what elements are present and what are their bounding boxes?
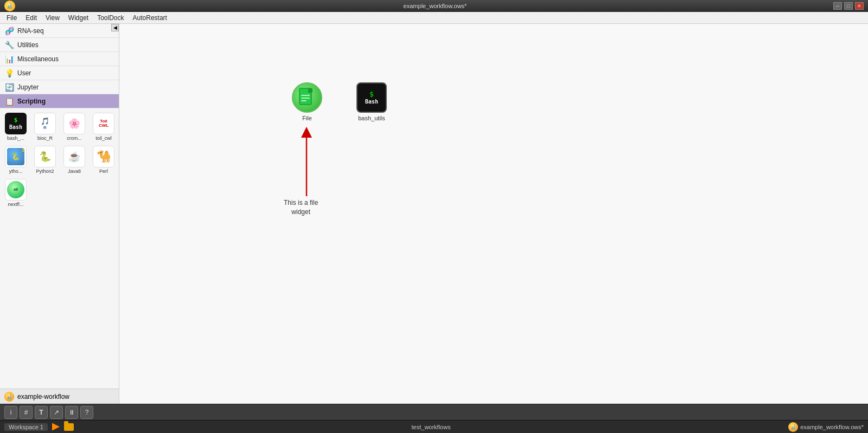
menu-bar: File Edit View Widget ToolDock AutoResta…	[0, 12, 868, 24]
toolbar-hash-button[interactable]: #	[20, 406, 33, 419]
status-center: test_workflows	[412, 424, 451, 430]
workflow-icon: 🔬	[4, 392, 14, 402]
menu-view[interactable]: View	[41, 13, 64, 23]
sidebar: ◀ 🧬 RNA-seq 🔧 Utilities 📊 Miscellaneous …	[0, 24, 119, 404]
workspace-indicator: Workspace 1	[4, 423, 48, 431]
sidebar-scroll[interactable]: 🧬 RNA-seq 🔧 Utilities 📊 Miscellaneous 💡 …	[0, 24, 119, 389]
rna-seq-icon: 🧬	[4, 26, 14, 36]
widget-python3[interactable]: 3 🐍 ytho...	[2, 145, 29, 176]
menu-edit[interactable]: Edit	[21, 13, 41, 23]
status-bar: Workspace 1 test_workflows 🔬 example_wor…	[0, 420, 868, 433]
sidebar-item-user[interactable]: 💡 User	[0, 66, 119, 80]
app-logo-icon: 🔬	[4, 1, 15, 11]
title-bar: 🔬 example_workflow.ows* ─ □ ✕	[0, 0, 868, 12]
workspace-label: Workspace 1	[9, 424, 43, 430]
canvas-arrow-svg	[119, 24, 868, 404]
close-button[interactable]: ✕	[855, 2, 864, 10]
main-layout: ◀ 🧬 RNA-seq 🔧 Utilities 📊 Miscellaneous …	[0, 24, 868, 404]
sidebar-item-miscellaneous[interactable]: 📊 Miscellaneous	[0, 52, 119, 66]
user-icon: 💡	[4, 68, 14, 78]
scripting-icon: 📋	[4, 96, 14, 106]
sidebar-item-scripting[interactable]: 📋 Scripting	[0, 94, 119, 108]
sidebar-collapse-button[interactable]: ◀	[111, 24, 119, 31]
menu-file[interactable]: File	[2, 13, 21, 23]
bottom-toolbar: i # T ↗ ⏸ ?	[0, 404, 868, 420]
status-logo-icon: 🔬	[788, 422, 798, 432]
toolbar-text-button[interactable]: T	[35, 406, 48, 419]
widget-java8[interactable]: ☕ Java8	[61, 145, 88, 176]
widget-cromwell[interactable]: 🌸 crom...	[61, 112, 88, 143]
toolbar-help-button[interactable]: ?	[80, 406, 93, 419]
window-title: example_workflow.ows*	[37, 3, 833, 9]
status-filename: example_workflow.ows*	[800, 424, 864, 430]
utilities-icon: 🔧	[4, 40, 14, 50]
widget-toil-cwl[interactable]: Toil CWL toil_cwl	[90, 112, 117, 143]
maximize-button[interactable]: □	[844, 2, 853, 10]
toolbar-info-button[interactable]: i	[4, 406, 17, 419]
status-right: 🔬 example_workflow.ows*	[788, 422, 864, 432]
canvas-bash-icon: $ Bash	[356, 82, 387, 113]
svg-rect-2	[301, 95, 310, 96]
widget-python2[interactable]: 🐍 Python2	[31, 145, 59, 176]
menu-widget[interactable]: Widget	[64, 13, 93, 23]
menu-autorestart[interactable]: AutoRestart	[129, 13, 171, 23]
miscellaneous-icon: 📊	[4, 54, 14, 64]
canvas-file-icon	[292, 82, 322, 113]
widget-bash[interactable]: $Bash bash_...	[2, 112, 29, 143]
scripting-widget-grid: $Bash bash_... 🎵 R bioc_R	[0, 108, 119, 211]
menu-tooldock[interactable]: ToolDock	[93, 13, 128, 23]
sidebar-item-utilities[interactable]: 🔧 Utilities	[0, 38, 119, 52]
minimize-button[interactable]: ─	[833, 2, 842, 10]
sidebar-item-rna-seq[interactable]: 🧬 RNA-seq	[0, 24, 119, 38]
jupyter-icon: 🔄	[4, 82, 14, 92]
play-button[interactable]	[52, 423, 60, 431]
toolbar-pause-button[interactable]: ⏸	[65, 406, 78, 419]
toolbar-arrow-button[interactable]: ↗	[50, 406, 63, 419]
widget-perl[interactable]: 🐪 Perl	[90, 145, 117, 176]
canvas-area[interactable]: File $ Bash bash_utils This is	[119, 24, 868, 404]
svg-rect-3	[301, 98, 310, 99]
canvas-annotation: This is a filewidget	[284, 198, 318, 217]
svg-rect-4	[301, 100, 307, 101]
status-left: Workspace 1	[4, 423, 74, 431]
folder-icon[interactable]	[64, 423, 74, 431]
widget-nextflow[interactable]: nf nextfl...	[2, 178, 29, 209]
widget-bioc-r[interactable]: 🎵 R bioc_R	[31, 112, 59, 143]
svg-rect-1	[308, 88, 312, 93]
canvas-widget-file[interactable]: File	[292, 82, 322, 121]
canvas-widget-bash-utils[interactable]: $ Bash bash_utils	[356, 82, 387, 121]
sidebar-item-jupyter[interactable]: 🔄 Jupyter	[0, 80, 119, 94]
workflow-section[interactable]: 🔬 example-workflow	[0, 389, 119, 404]
